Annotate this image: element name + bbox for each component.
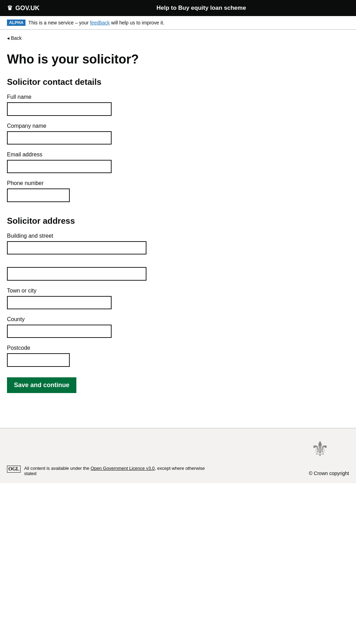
back-link[interactable]: ◂ Back xyxy=(7,35,22,41)
ogl-link[interactable]: Open Government Licence v3.0 xyxy=(91,466,155,471)
email-label: Email address xyxy=(7,151,258,158)
solicitor-form: Solicitor contact details Full name Comp… xyxy=(7,77,258,393)
svg-text:⚜: ⚜ xyxy=(311,439,330,461)
site-header: ♛ GOV.UK Help to Buy equity loan scheme xyxy=(0,0,356,16)
form-group-company-name: Company name xyxy=(7,123,258,145)
service-title: Help to Buy equity loan scheme xyxy=(53,5,349,12)
feedback-link[interactable]: feedback xyxy=(90,20,110,25)
contact-section-title: Solicitor contact details xyxy=(7,77,258,87)
back-link-container: ◂ Back xyxy=(0,30,356,45)
street-line2-input[interactable] xyxy=(7,267,146,280)
alpha-banner: ALPHA This is a new service – your feedb… xyxy=(0,16,356,30)
crown-copyright-text: © Crown copyright xyxy=(307,471,349,476)
alpha-message: This is a new service – your feedback wi… xyxy=(28,20,164,25)
page-title: Who is your solicitor? xyxy=(7,52,258,67)
form-group-street: Building and street xyxy=(7,233,258,281)
county-label: County xyxy=(7,316,258,323)
main-content: Who is your solicitor? Solicitor contact… xyxy=(0,45,265,414)
footer-copyright-block: ⚜ © Crown copyright xyxy=(307,439,349,476)
postcode-label: Postcode xyxy=(7,345,258,351)
full-name-input[interactable] xyxy=(7,102,112,116)
town-input[interactable] xyxy=(7,296,112,309)
address-section: Solicitor address Building and street To… xyxy=(7,216,258,367)
street-line1-input[interactable] xyxy=(7,241,146,254)
form-group-email: Email address xyxy=(7,151,258,173)
contact-section: Solicitor contact details Full name Comp… xyxy=(7,77,258,202)
site-footer: OGL All content is available under the O… xyxy=(0,428,356,483)
form-group-postcode: Postcode xyxy=(7,345,258,367)
address-section-title: Solicitor address xyxy=(7,216,258,226)
form-group-town: Town or city xyxy=(7,288,258,309)
form-group-full-name: Full name xyxy=(7,94,258,116)
county-input[interactable] xyxy=(7,325,112,338)
footer-licence: OGL All content is available under the O… xyxy=(7,466,216,476)
form-group-phone: Phone number xyxy=(7,180,258,202)
gov-uk-text: GOV.UK xyxy=(15,5,39,12)
postcode-input[interactable] xyxy=(7,353,70,367)
save-continue-button[interactable]: Save and continue xyxy=(7,377,76,393)
town-label: Town or city xyxy=(7,288,258,294)
company-name-input[interactable] xyxy=(7,131,112,145)
full-name-label: Full name xyxy=(7,94,258,100)
form-submit-container: Save and continue xyxy=(7,377,258,393)
footer-content: OGL All content is available under the O… xyxy=(7,439,349,476)
phone-input[interactable] xyxy=(7,188,70,202)
ogl-badge: OGL xyxy=(7,466,21,473)
company-name-label: Company name xyxy=(7,123,258,129)
form-group-county: County xyxy=(7,316,258,338)
crown-crest-icon: ⚜ xyxy=(307,439,349,467)
phone-label: Phone number xyxy=(7,180,258,186)
email-input[interactable] xyxy=(7,160,112,173)
alpha-badge: ALPHA xyxy=(7,20,25,26)
gov-uk-logo[interactable]: ♛ GOV.UK xyxy=(7,4,39,12)
street-label: Building and street xyxy=(7,233,258,239)
footer-licence-text: All content is available under the Open … xyxy=(24,466,216,476)
crown-icon: ♛ xyxy=(7,4,13,12)
